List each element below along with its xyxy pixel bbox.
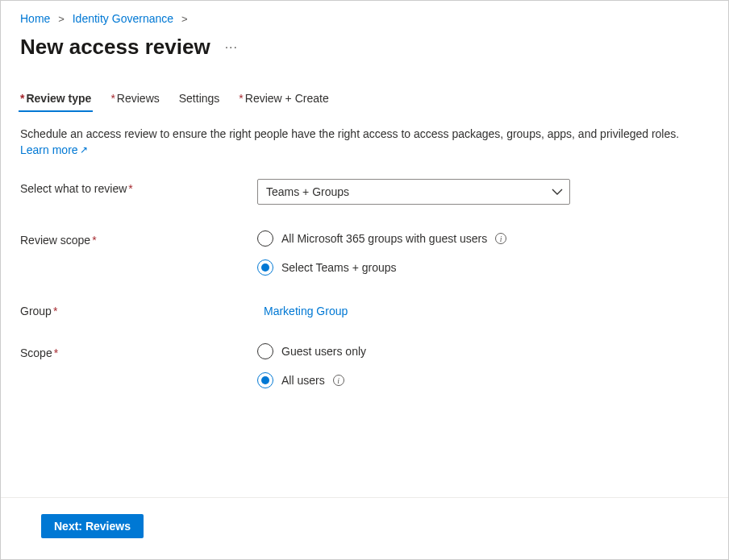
radio-icon: [257, 372, 273, 388]
breadcrumb-home[interactable]: Home: [20, 12, 50, 25]
external-link-icon: ↗: [80, 144, 88, 156]
next-reviews-button[interactable]: Next: Reviews: [41, 514, 144, 538]
radio-icon: [257, 230, 273, 247]
tab-review-type[interactable]: *Review type: [20, 89, 91, 111]
info-icon[interactable]: i: [495, 233, 506, 244]
review-scope-label: Review scope*: [20, 230, 257, 247]
breadcrumb: Home > Identity Governance >: [20, 9, 709, 35]
radio-guest-users-only[interactable]: Guest users only: [257, 343, 709, 359]
footer: Next: Reviews: [1, 497, 728, 559]
chevron-right-icon: >: [177, 13, 193, 25]
tab-reviews[interactable]: *Reviews: [110, 89, 159, 111]
tab-settings[interactable]: Settings: [179, 89, 220, 111]
select-what-to-review-label: Select what to review*: [20, 179, 257, 195]
radio-all-users[interactable]: All users i: [257, 372, 709, 388]
scope-label: Scope*: [20, 343, 257, 359]
radio-select-teams-groups[interactable]: Select Teams + groups: [257, 259, 709, 276]
select-value: Teams + Groups: [266, 185, 349, 198]
radio-icon: [257, 259, 273, 276]
page-title: New access review: [20, 35, 210, 60]
more-actions-button[interactable]: ···: [225, 40, 238, 55]
chevron-right-icon: >: [53, 13, 69, 25]
chevron-down-icon: [552, 186, 563, 197]
group-selector-link[interactable]: Marketing Group: [257, 301, 348, 317]
learn-more-link[interactable]: Learn more↗: [20, 143, 88, 156]
select-what-to-review-dropdown[interactable]: Teams + Groups: [257, 179, 570, 205]
breadcrumb-identity-governance[interactable]: Identity Governance: [73, 12, 173, 25]
tab-bar: *Review type *Reviews Settings *Review +…: [20, 89, 709, 111]
radio-icon: [257, 343, 273, 359]
tab-review-create[interactable]: *Review + Create: [239, 89, 328, 111]
description-text: Schedule an access review to ensure the …: [20, 126, 709, 143]
radio-all-microsoft-365-groups[interactable]: All Microsoft 365 groups with guest user…: [257, 230, 709, 247]
group-label: Group*: [20, 301, 257, 317]
info-icon[interactable]: i: [333, 375, 344, 386]
